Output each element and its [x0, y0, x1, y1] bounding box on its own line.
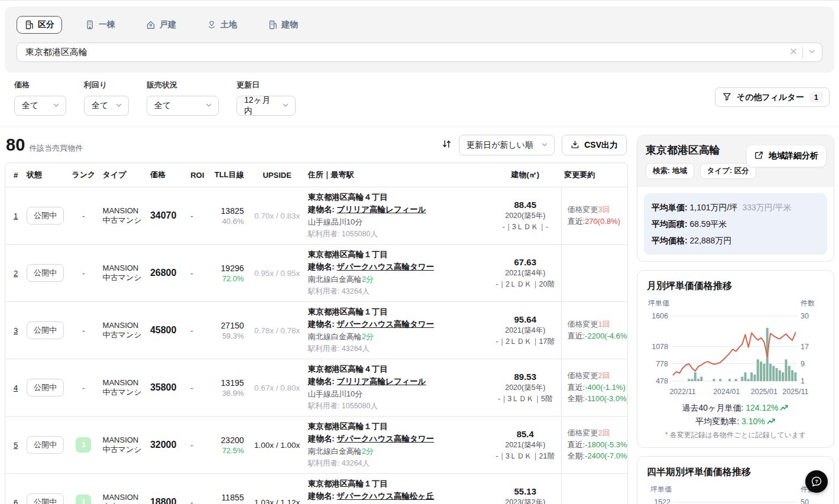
- row-number-link[interactable]: 3: [14, 326, 18, 335]
- column-header: 価格: [147, 163, 187, 187]
- upside-cell: 0.70x / 0.83x: [250, 187, 304, 245]
- svg-text:778: 778: [656, 360, 668, 368]
- roi-cell: -: [187, 417, 210, 474]
- tab-land[interactable]: 土地: [199, 16, 245, 34]
- tab-unit[interactable]: 区分: [17, 16, 62, 34]
- property-type-cell: MANSION中古マンシ: [99, 417, 147, 474]
- tll-target-cell: 2320072.5%: [210, 417, 250, 474]
- sort-value: 更新日が新しい順: [467, 140, 533, 151]
- svg-text:坪単価: 坪単価: [648, 299, 669, 307]
- area-sidebar: 東京都港区高輪 検索: 地域 タイプ: 区分 地域詳細分析 平均単価: 1,10…: [637, 127, 834, 504]
- listing-row: 2公開中-MANSION中古マンシ26800-1929672.0%0.95x /…: [5, 245, 627, 302]
- building-name-link[interactable]: ブリリア高輪レフィール: [337, 377, 426, 386]
- listing-row: 3公開中-MANSION中古マンシ45800-2715059.3%0.78x /…: [5, 302, 627, 359]
- tab-label: 戸建: [160, 19, 176, 30]
- filter-label-yield: 利回り: [84, 80, 129, 90]
- divider: [802, 47, 803, 58]
- external-link-icon: [754, 151, 763, 161]
- tab-label: 一棟: [99, 19, 115, 30]
- avg-volatility: 平均変動率: 3.10%: [644, 415, 827, 428]
- tab-house[interactable]: 戸建: [138, 16, 184, 34]
- sort-arrows-icon[interactable]: [442, 139, 452, 151]
- tab-label: 区分: [38, 19, 54, 30]
- quarterly-price-chart: 坪単価件数152250111931: [644, 483, 825, 504]
- more-filters-button[interactable]: その他フィルター 1: [715, 87, 830, 107]
- svg-text:1078: 1078: [652, 343, 668, 351]
- chevron-down-icon[interactable]: [808, 47, 816, 58]
- area-stats-box: 平均単価: 1,101万円/坪333万円/平米 平均面積: 68.59平米 平均…: [644, 193, 827, 255]
- monthly-chart-title: 月別坪単価価格推移: [647, 280, 824, 292]
- status-badge: 公開中: [27, 207, 64, 225]
- upside-cell: 1.03x / 1.12x: [250, 474, 304, 504]
- tab-label: 土地: [221, 19, 237, 30]
- yield-filter-select[interactable]: 全て: [84, 96, 129, 116]
- monthly-price-chart: 坪単価件数160630107817778947812022/112024/012…: [644, 297, 825, 401]
- filter-label-updated: 更新日: [237, 80, 296, 90]
- svg-text:1606: 1606: [652, 312, 668, 320]
- row-number-link[interactable]: 4: [14, 383, 18, 392]
- land-icon: [207, 20, 216, 30]
- row-number-link[interactable]: 6: [14, 498, 18, 504]
- row-number-link[interactable]: 2: [14, 269, 18, 278]
- row-number-link[interactable]: 5: [14, 441, 18, 450]
- change-summary-cell: 価格変更2回直近:-400(-1.1%)全期:-1100(-3.0%): [561, 359, 628, 417]
- roi-cell: -: [187, 359, 210, 417]
- svg-text:件数: 件数: [801, 299, 815, 307]
- building-name-link[interactable]: ザパークハウス高輪タワー: [337, 320, 435, 329]
- building-name-link[interactable]: ブリリア高輪レフィール: [337, 205, 426, 214]
- chevron-down-icon: [205, 101, 212, 110]
- building-size-cell: 89.532020(築5年)-｜3ＬＤＫ｜5階: [490, 359, 561, 417]
- tab-whole-building[interactable]: 一棟: [77, 16, 123, 34]
- price-cell: 18800: [147, 474, 187, 504]
- svg-text:2024/01: 2024/01: [713, 388, 740, 396]
- tll-target-cell: 1382540.6%: [210, 187, 250, 245]
- svg-text:478: 478: [656, 377, 668, 385]
- price-filter-select[interactable]: 全て: [14, 96, 66, 116]
- svg-text:9: 9: [801, 360, 805, 368]
- column-header: 変更要約: [561, 163, 628, 187]
- building-name-link[interactable]: ザパークハウス高輪タワー: [337, 262, 435, 271]
- building-name-link[interactable]: ザパークハウス高輪タワー: [337, 434, 435, 443]
- address-cell: 東京都港区高輪１丁目建物名: ザパークハウス高輪タワー南北線白金高輪2分駅利用者…: [304, 417, 490, 474]
- sort-order-select[interactable]: 更新日が新しい順: [459, 135, 555, 155]
- quarterly-chart-title: 四半期別坪単価価格推移: [647, 466, 824, 479]
- svg-text:?: ?: [815, 479, 818, 485]
- area-analysis-button[interactable]: 地域詳細分析: [746, 145, 827, 167]
- csv-export-button[interactable]: CSV出力: [562, 135, 627, 155]
- column-header: UPSIDE: [250, 163, 304, 187]
- tab-building[interactable]: 建物: [260, 16, 306, 34]
- building-name-link[interactable]: ザパークハウス高輪松ヶ丘: [337, 492, 434, 500]
- price-cell: 34070: [147, 187, 187, 245]
- column-header: #: [5, 163, 23, 187]
- updated-filter-select[interactable]: 12ヶ月内: [237, 96, 296, 116]
- tll-target-cell: 2715059.3%: [210, 302, 250, 359]
- location-search-input[interactable]: 東京都港区高輪: [17, 43, 822, 62]
- chevron-down-icon: [541, 141, 548, 150]
- funnel-icon: [723, 92, 731, 103]
- monthly-price-chart-card: 月別坪単価価格推移 坪単価件数160630107817778947812022/…: [637, 270, 834, 448]
- filter-label-sales-status: 販売状況: [147, 80, 219, 90]
- upside-cell: 1.00x / 1.00x: [250, 417, 304, 474]
- price-cell: 26800: [147, 245, 187, 302]
- result-count-suffix: 件該当売買物件: [29, 143, 83, 154]
- trend-up-icon: [780, 404, 789, 412]
- area-summary-card: 東京都港区高輪 検索: 地域 タイプ: 区分 地域詳細分析 平均単価: 1,10…: [637, 135, 834, 262]
- price-cell: 32000: [147, 417, 187, 474]
- select-value: 全て: [22, 100, 38, 111]
- tll-target-cell: 1319536.9%: [210, 359, 250, 417]
- svg-text:30: 30: [801, 312, 809, 320]
- column-header: 状態: [23, 163, 68, 187]
- avg-unit-price: 平均単価: 1,101万円/坪333万円/平米: [652, 199, 819, 216]
- tll-target-cell: 1929672.0%: [210, 245, 250, 302]
- column-header: 住所｜最寄駅: [304, 163, 490, 187]
- clear-icon[interactable]: [789, 47, 798, 58]
- page: 区分 一棟 戸建 土地 建物 東京都港区高輪: [0, 0, 839, 504]
- house-icon: [146, 20, 156, 30]
- help-chat-button[interactable]: ?: [805, 470, 828, 493]
- chevron-down-icon: [115, 101, 122, 110]
- listings-table: #状態ランクタイプ価格ROITLL目線UPSIDE住所｜最寄駅建物(㎡)変更要約…: [5, 162, 628, 504]
- listing-row: 1公開中-MANSION中古マンシ34070-1382540.6%0.70x /…: [5, 187, 627, 245]
- row-number-link[interactable]: 1: [14, 212, 18, 220]
- change-summary-cell: 価格変更3回直近:270(0.8%): [561, 187, 628, 245]
- sales-status-filter-select[interactable]: 全て: [147, 96, 219, 116]
